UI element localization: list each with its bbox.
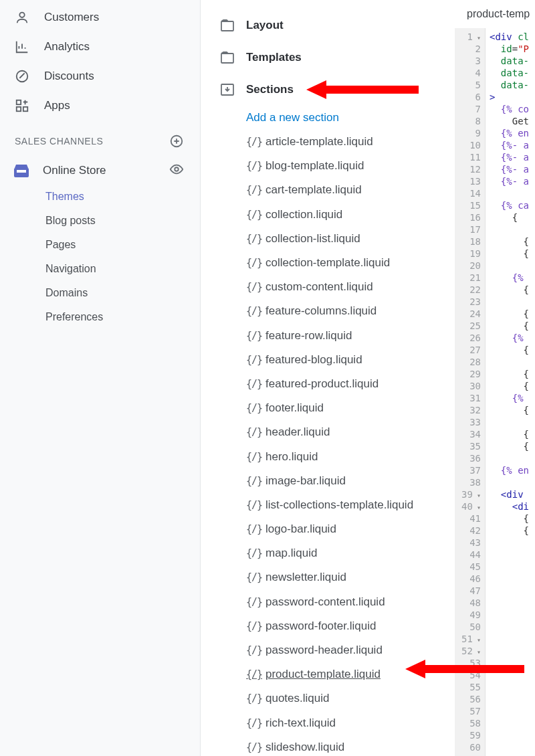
liquid-file-icon: {/}: [246, 402, 261, 414]
group-templates[interactable]: Templates: [206, 41, 455, 74]
liquid-file-icon: {/}: [246, 378, 261, 390]
file-label: feature-row.liquid: [265, 329, 352, 343]
svg-rect-2: [17, 100, 21, 104]
analytics-icon: [15, 39, 29, 54]
file-password-footer-liquid[interactable]: {/}password-footer.liquid: [206, 614, 455, 638]
file-feature-columns-liquid[interactable]: {/}feature-columns.liquid: [206, 299, 455, 323]
subnav-preferences[interactable]: Preferences: [45, 305, 200, 329]
file-password-content-liquid[interactable]: {/}password-content.liquid: [206, 590, 455, 614]
file-image-bar-liquid[interactable]: {/}image-bar.liquid: [206, 469, 455, 493]
file-label: map.liquid: [265, 547, 318, 560]
file-label: header.liquid: [265, 426, 330, 439]
file-label: blog-template.liquid: [265, 159, 364, 173]
liquid-file-icon: {/}: [246, 281, 261, 293]
file-newsletter-liquid[interactable]: {/}newsletter.liquid: [206, 565, 455, 589]
sidebar-label: Analytics: [44, 40, 90, 54]
file-product-template-liquid[interactable]: {/}product-template.liquid: [206, 662, 455, 686]
group-layout[interactable]: Layout: [206, 9, 455, 41]
file-slideshow-liquid[interactable]: {/}slideshow.liquid: [206, 735, 455, 756]
file-footer-liquid[interactable]: {/}footer.liquid: [206, 396, 455, 420]
liquid-file-icon: {/}: [246, 717, 261, 729]
apps-icon: [15, 98, 29, 113]
store-icon: [13, 163, 29, 178]
file-header-liquid[interactable]: {/}header.liquid: [206, 420, 455, 444]
sidebar-item-analytics[interactable]: Analytics: [0, 32, 200, 62]
liquid-file-icon: {/}: [246, 741, 261, 753]
file-rich-text-liquid[interactable]: {/}rich-text.liquid: [206, 711, 455, 735]
liquid-file-icon: {/}: [246, 209, 261, 221]
file-label: rich-text.liquid: [265, 717, 336, 730]
file-label: featured-blog.liquid: [265, 353, 362, 367]
liquid-file-icon: {/}: [246, 184, 261, 196]
file-featured-blog-liquid[interactable]: {/}featured-blog.liquid: [206, 348, 455, 372]
svg-rect-9: [221, 21, 233, 31]
file-label: slideshow.liquid: [265, 741, 344, 754]
file-featured-product-liquid[interactable]: {/}featured-product.liquid: [206, 372, 455, 396]
file-custom-content-liquid[interactable]: {/}custom-content.liquid: [206, 275, 455, 299]
group-sections[interactable]: Sections: [206, 74, 455, 106]
svg-rect-4: [17, 107, 21, 111]
sales-channels-header: SALES CHANNELS: [0, 120, 200, 157]
file-feature-row-liquid[interactable]: {/}feature-row.liquid: [206, 324, 455, 348]
svg-rect-10: [221, 54, 233, 63]
file-label: password-footer.liquid: [265, 620, 376, 633]
line-number-gutter: 1234567891011121314151617181920212223242…: [455, 28, 486, 756]
file-label: custom-content.liquid: [265, 280, 373, 294]
file-list-collections-template-liquid[interactable]: {/}list-collections-template.liquid: [206, 493, 455, 517]
file-label: featured-product.liquid: [265, 377, 379, 391]
sidebar-item-online-store[interactable]: Online Store: [0, 157, 200, 185]
liquid-file-icon: {/}: [246, 523, 261, 535]
folder-icon: [221, 52, 234, 64]
code-content[interactable]: <div cl id="P data- data- data-> {% co G…: [486, 28, 535, 756]
liquid-file-icon: {/}: [246, 233, 261, 245]
sidebar-item-apps[interactable]: Apps: [0, 91, 200, 120]
file-label: product-template.liquid: [265, 668, 381, 681]
add-section-link[interactable]: Add a new section: [206, 106, 455, 130]
file-password-header-liquid[interactable]: {/}password-header.liquid: [206, 638, 455, 662]
group-label: Layout: [246, 19, 284, 32]
file-article-template-liquid[interactable]: {/}article-template.liquid: [206, 130, 455, 154]
file-label: password-content.liquid: [265, 595, 385, 609]
sidebar-item-discounts[interactable]: Discounts: [0, 62, 200, 91]
file-quotes-liquid[interactable]: {/}quotes.liquid: [206, 686, 455, 711]
editor-tab[interactable]: product-temp: [455, 0, 535, 28]
liquid-file-icon: {/}: [246, 257, 261, 269]
liquid-file-icon: {/}: [246, 475, 261, 487]
eye-icon[interactable]: [169, 162, 184, 180]
subnav-blog-posts[interactable]: Blog posts: [45, 209, 200, 233]
online-store-subnav: Themes Blog posts Pages Navigation Domai…: [0, 185, 200, 329]
sidebar-item-customers[interactable]: Customers: [0, 3, 200, 32]
liquid-file-icon: {/}: [246, 644, 261, 656]
liquid-file-icon: {/}: [246, 330, 261, 342]
file-label: password-header.liquid: [265, 644, 383, 657]
file-logo-bar-liquid[interactable]: {/}logo-bar.liquid: [206, 517, 455, 541]
subnav-themes[interactable]: Themes: [45, 185, 200, 209]
subnav-domains[interactable]: Domains: [45, 281, 200, 305]
liquid-file-icon: {/}: [246, 620, 261, 632]
sales-channels-label: SALES CHANNELS: [15, 136, 103, 147]
file-collection-template-liquid[interactable]: {/}collection-template.liquid: [206, 251, 455, 275]
folder-icon: [221, 19, 234, 31]
subnav-pages[interactable]: Pages: [45, 233, 200, 257]
sidebar-label: Discounts: [44, 70, 94, 83]
group-label: Sections: [246, 83, 294, 96]
file-label: newsletter.liquid: [265, 571, 346, 584]
file-label: cart-template.liquid: [265, 183, 362, 197]
file-map-liquid[interactable]: {/}map.liquid: [206, 541, 455, 565]
file-cart-template-liquid[interactable]: {/}cart-template.liquid: [206, 178, 455, 202]
file-label: footer.liquid: [265, 401, 324, 415]
liquid-file-icon: {/}: [246, 160, 261, 172]
subnav-navigation[interactable]: Navigation: [45, 257, 200, 281]
online-store-label: Online Store: [43, 164, 106, 177]
file-collection-list-liquid[interactable]: {/}collection-list.liquid: [206, 227, 455, 251]
file-label: image-bar.liquid: [265, 474, 346, 488]
file-collection-liquid[interactable]: {/}collection.liquid: [206, 203, 455, 227]
file-hero-liquid[interactable]: {/}hero.liquid: [206, 444, 455, 468]
svg-point-8: [175, 167, 179, 171]
group-label: Templates: [246, 51, 302, 64]
file-label: list-collections-template.liquid: [265, 498, 413, 512]
plus-circle-icon[interactable]: [169, 134, 184, 149]
file-label: collection-list.liquid: [265, 232, 360, 246]
svg-rect-3: [23, 107, 27, 111]
file-blog-template-liquid[interactable]: {/}blog-template.liquid: [206, 154, 455, 178]
